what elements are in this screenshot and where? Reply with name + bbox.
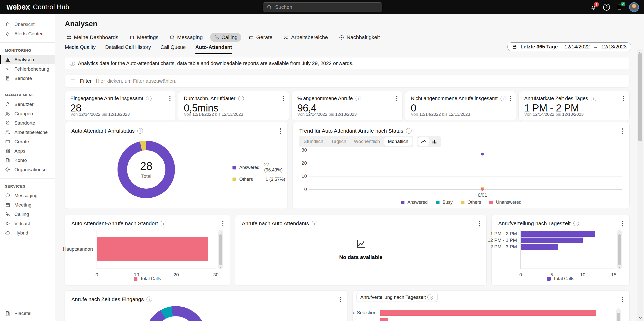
info-icon[interactable]: i bbox=[161, 221, 166, 226]
cloud-icon bbox=[5, 230, 11, 236]
tab-nachhaltigkeit[interactable]: Nachhaltigkeit bbox=[335, 33, 384, 42]
page-scrollbar[interactable] bbox=[637, 49, 643, 321]
dashboards-icon bbox=[66, 35, 72, 40]
info-icon[interactable]: i bbox=[427, 295, 433, 300]
kebab-menu-icon[interactable] bbox=[168, 95, 172, 102]
info-icon[interactable]: i bbox=[356, 96, 361, 101]
scrollbar-thumb[interactable] bbox=[219, 234, 222, 265]
chart-legend[interactable]: Total Calls bbox=[492, 276, 629, 281]
info-icon[interactable]: i bbox=[147, 297, 152, 302]
sidebar-item-apps[interactable]: Apps bbox=[0, 146, 55, 156]
sidebar-item-standorte[interactable]: Standorte bbox=[0, 118, 55, 128]
scrollbar-thumb[interactable] bbox=[618, 234, 621, 265]
tab-meine-dashboards[interactable]: Meine Dashboards bbox=[63, 33, 122, 42]
toggle-taeglich[interactable]: Täglich bbox=[327, 137, 350, 146]
scrollbar-thumb[interactable] bbox=[617, 313, 620, 321]
subtab-media-quality[interactable]: Media Quality bbox=[65, 44, 96, 54]
kebab-menu-icon[interactable] bbox=[279, 127, 282, 135]
tab-geraete[interactable]: Geräte bbox=[245, 33, 276, 42]
date-range-picker[interactable]: Letzte 365 Tage 12/14/2022 → 12/13/2023 bbox=[507, 42, 631, 51]
sidebar-item-analysen[interactable]: Analysen bbox=[0, 55, 55, 64]
tab-messaging[interactable]: Messaging bbox=[166, 33, 207, 42]
info-icon[interactable]: i bbox=[312, 221, 317, 226]
scrollbar-thumb[interactable] bbox=[638, 53, 642, 141]
sidebar-item-benutzer[interactable]: Benutzer bbox=[0, 100, 55, 109]
start-date[interactable]: 12/14/2022 bbox=[565, 44, 590, 50]
sidebar-item-organisationseinstellungen[interactable]: Organisationseinstellun... bbox=[0, 165, 55, 174]
notifications-button[interactable]: 1 bbox=[590, 4, 597, 11]
tab-calling[interactable]: Calling bbox=[210, 33, 241, 42]
kebab-menu-icon[interactable] bbox=[339, 296, 342, 303]
info-icon[interactable]: i bbox=[137, 128, 143, 134]
kebab-menu-icon[interactable] bbox=[621, 220, 624, 227]
sidebar-item-uebersicht[interactable]: Übersicht bbox=[0, 20, 55, 29]
scroll-down-icon[interactable] bbox=[618, 266, 621, 269]
scroll-up-icon[interactable] bbox=[618, 230, 621, 234]
sidebar-item-arbeitsbereiche[interactable]: Arbeitsbereiche bbox=[0, 128, 55, 137]
legend-item-answered[interactable]: Answered bbox=[401, 200, 428, 205]
kebab-menu-icon[interactable] bbox=[621, 296, 624, 303]
sidebar-item-hybrid[interactable]: Hybrid bbox=[0, 228, 55, 238]
legend-item-answered[interactable]: Answered 27 (96.43%) bbox=[232, 162, 287, 173]
sidebar-item-fehlerbehebung[interactable]: Fehlerbehebung bbox=[0, 64, 55, 74]
info-icon[interactable]: i bbox=[146, 96, 152, 101]
sidebar-item-gruppen[interactable]: Gruppen bbox=[0, 109, 55, 118]
scroll-down-icon[interactable] bbox=[219, 266, 222, 269]
chart-selector-dropdown[interactable]: Anrufverteilung nach Tageszeit bbox=[357, 293, 437, 302]
kebab-menu-icon[interactable] bbox=[395, 95, 399, 102]
help-button[interactable]: ? bbox=[603, 4, 610, 11]
line-chart-toggle[interactable] bbox=[418, 137, 429, 146]
subtab-auto-attendant[interactable]: Auto-Attendant bbox=[195, 44, 232, 54]
chart-scrollbar[interactable] bbox=[617, 230, 622, 269]
filter-bar[interactable]: Filter bbox=[65, 75, 629, 87]
global-search[interactable] bbox=[263, 2, 382, 12]
kebab-menu-icon[interactable] bbox=[621, 127, 624, 135]
legend-item-others[interactable]: Others 1 (3.57%) bbox=[232, 177, 287, 182]
toggle-monatlich[interactable]: Monatlich bbox=[384, 137, 412, 146]
legend-item-unanswered[interactable]: Unanswered bbox=[489, 200, 521, 205]
tab-arbeitsbereiche[interactable]: Arbeitsbereiche bbox=[280, 33, 332, 42]
sidebar-item-berichte[interactable]: Berichte bbox=[0, 74, 55, 83]
kebab-menu-icon[interactable] bbox=[221, 220, 225, 227]
filter-input[interactable] bbox=[96, 78, 624, 84]
kebab-menu-icon[interactable] bbox=[282, 95, 285, 102]
info-icon[interactable]: i bbox=[238, 96, 244, 101]
scroll-up-icon[interactable] bbox=[219, 230, 222, 234]
subtab-call-queue[interactable]: Call Queue bbox=[160, 44, 186, 54]
kebab-menu-icon[interactable] bbox=[622, 95, 626, 102]
analytics-tabs: Meine Dashboards Meetings Messaging Call… bbox=[63, 33, 384, 42]
toggle-woechentlich[interactable]: Wöchentlich bbox=[350, 137, 384, 146]
kebab-menu-icon[interactable] bbox=[509, 95, 512, 102]
sidebar-item-calling[interactable]: Calling bbox=[0, 210, 55, 219]
sidebar-item-geraete[interactable]: Geräte bbox=[0, 137, 55, 146]
subtab-detailed-call-history[interactable]: Detailed Call History bbox=[105, 44, 151, 54]
info-icon[interactable]: i bbox=[501, 96, 506, 101]
product-name: Control Hub bbox=[33, 3, 69, 11]
toggle-stuendlich[interactable]: Stündlich bbox=[300, 137, 327, 146]
user-avatar[interactable] bbox=[629, 2, 639, 12]
end-date[interactable]: 12/13/2023 bbox=[601, 44, 627, 50]
scroll-up-icon[interactable] bbox=[617, 309, 620, 312]
chart-scrollbar[interactable] bbox=[218, 230, 223, 269]
chart-legend[interactable]: Total Calls bbox=[65, 276, 230, 281]
sidebar-item-konto[interactable]: Konto bbox=[0, 156, 55, 165]
onboarding-tasks-button[interactable]: ✓ bbox=[616, 4, 623, 11]
donut-chart-entry-time[interactable] bbox=[145, 306, 207, 321]
info-icon[interactable]: i bbox=[406, 128, 412, 134]
sidebar-item-placetel[interactable]: Placetel bbox=[0, 309, 55, 318]
search-input[interactable] bbox=[275, 4, 378, 10]
legend-item-busy[interactable]: Busy bbox=[436, 200, 453, 205]
legend-item-others[interactable]: Others bbox=[461, 200, 481, 205]
sidebar-item-meeting[interactable]: Meeting bbox=[0, 200, 55, 210]
info-icon[interactable]: i bbox=[591, 96, 596, 101]
chart-scrollbar[interactable] bbox=[616, 308, 621, 321]
donut-chart-call-status[interactable]: 28 Total bbox=[118, 141, 175, 198]
sidebar-item-messaging[interactable]: Messaging bbox=[0, 191, 55, 200]
sidebar-item-vidcast[interactable]: Vidcast bbox=[0, 219, 55, 228]
info-icon[interactable]: i bbox=[573, 221, 579, 226]
scroll-down-icon[interactable] bbox=[638, 315, 643, 320]
tab-meetings[interactable]: Meetings bbox=[126, 33, 162, 42]
bar-chart-toggle[interactable] bbox=[429, 137, 440, 146]
kebab-menu-icon[interactable] bbox=[478, 220, 481, 227]
sidebar-item-alerts-center[interactable]: Alerts-Center bbox=[0, 29, 55, 38]
